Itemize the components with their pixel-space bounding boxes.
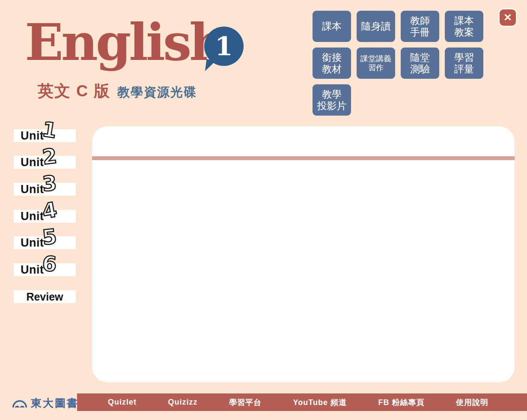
panel-divider [92, 156, 515, 160]
resource-grid: 課本 隨身讀 教師 手冊 課本 教案 銜接 教材 課堂講義 習作 [313, 11, 483, 116]
assessment-button[interactable]: 學習 評量 [445, 48, 483, 79]
class-handout-workbook-button[interactable]: 課堂講義 習作 [357, 48, 395, 79]
unit-3-number: 3 [42, 173, 57, 194]
publisher-bridge-icon [12, 397, 27, 408]
resource-row-3: 教學 投影片 [313, 84, 483, 116]
resource-row-1: 課本 隨身讀 教師 手冊 課本 教案 [313, 11, 483, 42]
textbook-lesson-plan-button[interactable]: 課本 教案 [445, 11, 483, 42]
unit-1-number: 1 [41, 119, 58, 141]
teacher-manual-button[interactable]: 教師 手冊 [401, 11, 439, 42]
unit-5-number: 5 [42, 226, 58, 247]
footer-link-fb-fanpage[interactable]: FB 粉絲專頁 [378, 397, 424, 408]
unit-3-button[interactable]: Unit 3 [14, 183, 76, 196]
unit-1-button[interactable]: Unit 1 [14, 129, 76, 142]
unit-4-button[interactable]: Unit 4 [14, 210, 76, 223]
teaching-slides-button[interactable]: 教學 投影片 [313, 84, 351, 116]
footer-link-quizizz[interactable]: Quizizz [168, 398, 198, 407]
unit-6-button[interactable]: Unit 6 [14, 263, 76, 276]
unit-6-number: 6 [42, 253, 57, 274]
review-button[interactable]: Review [14, 290, 76, 303]
close-button[interactable]: ✕ [498, 8, 517, 27]
content-panel [92, 126, 515, 382]
footer-link-quizlet[interactable]: Quizlet [108, 398, 137, 407]
close-icon: ✕ [503, 12, 512, 23]
quiz-button[interactable]: 隨堂 測驗 [401, 48, 439, 79]
pocket-reader-button[interactable]: 隨身讀 [357, 11, 395, 42]
series-label: 英文 C 版 [38, 80, 110, 102]
footer-link-user-guide[interactable]: 使用說明 [456, 397, 488, 408]
level-number: 1 [215, 31, 233, 61]
app-window: English 1 英文 C 版 教學資源光碟 課本 隨身讀 教師 手冊 課本 … [0, 0, 527, 420]
level-badge: 1 [204, 27, 244, 66]
footer-link-bar: Quizlet Quizizz 學習平台 YouTube 頻道 FB 粉絲專頁 … [77, 393, 527, 411]
disc-subtitle: 教學資源光碟 [117, 84, 197, 101]
textbook-button[interactable]: 課本 [313, 11, 351, 42]
brand-logo-text: English [25, 17, 224, 68]
unit-2-button[interactable]: Unit 2 [14, 156, 76, 169]
unit-2-number: 2 [41, 145, 58, 167]
resource-row-2: 銜接 教材 課堂講義 習作 隨堂 測驗 學習 評量 [313, 48, 483, 79]
footer-link-youtube-channel[interactable]: YouTube 頻道 [293, 397, 347, 408]
footer-link-learning-platform[interactable]: 學習平台 [229, 397, 262, 408]
unit-5-button[interactable]: Unit 5 [14, 236, 76, 249]
unit-4-number: 4 [41, 199, 58, 221]
bridging-material-button[interactable]: 銜接 教材 [313, 48, 351, 79]
